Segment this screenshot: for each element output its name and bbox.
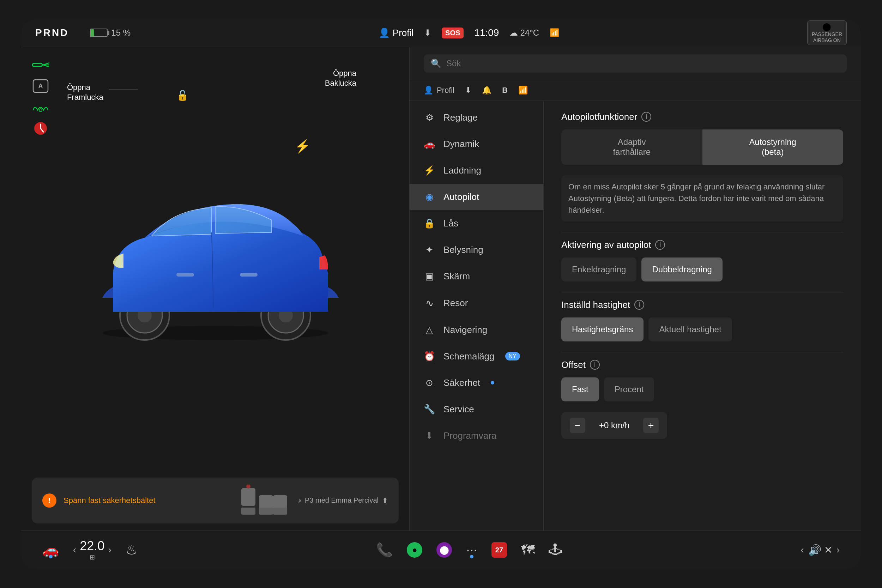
driver-assist-icon[interactable]: A <box>32 79 50 93</box>
airbag-status: AIRBAG ON <box>813 38 841 44</box>
taskbar: 🚗 ‹ 22.0 ⊞ › ♨ 📞 ● <box>21 531 861 569</box>
temp-prev-btn[interactable]: ‹ <box>73 544 76 555</box>
reglage-label: Reglage <box>444 112 478 123</box>
temp-display: ‹ 22.0 ⊞ › <box>73 538 111 561</box>
download-icon[interactable]: ⬇ <box>424 28 431 38</box>
taskbar-maps[interactable]: 🗺 <box>521 543 534 558</box>
notification-btn[interactable]: 🔔 <box>482 86 492 95</box>
headlights-icon[interactable] <box>32 58 50 72</box>
svg-rect-24 <box>273 508 287 514</box>
menu-item-laddning[interactable]: ⚡ Laddning <box>410 158 543 184</box>
divider-3 <box>561 352 843 352</box>
schemalägg-label: Schemalägg <box>444 351 495 362</box>
menu-item-sakerhet[interactable]: ⊙ Säkerhet <box>410 370 543 396</box>
schemalägg-badge: NY <box>505 352 520 360</box>
autopilot-info-icon[interactable]: i <box>641 112 651 122</box>
resor-label: Resor <box>444 298 468 309</box>
skarm-label: Skärm <box>444 271 470 282</box>
profile-header-btn[interactable]: 👤 Profil <box>424 86 454 95</box>
svg-point-20 <box>246 484 250 489</box>
upload-icon: ⬆ <box>382 496 388 505</box>
bluetooth-icon: Β <box>502 86 508 95</box>
airbag-icon: ⬤ <box>822 22 831 32</box>
top-center-icons: 👤 Profil ⬇ SOS 11:09 ☁ 24°C 📶 <box>130 27 807 39</box>
fast-btn[interactable]: Fast <box>561 377 599 401</box>
autopilot-label: Autopilot <box>444 192 479 202</box>
taskbar-car[interactable]: 🚗 <box>42 542 59 558</box>
menu-item-schemalägg[interactable]: ⏰ Schemalägg NY <box>410 343 543 370</box>
front-hood-label[interactable]: Öppna Framlucka <box>67 82 104 103</box>
dynamik-label: Dynamik <box>444 139 479 150</box>
service-label: Service <box>444 404 474 415</box>
volume-prev-btn[interactable]: ‹ <box>801 544 804 555</box>
programvara-label: Programvara <box>444 430 496 441</box>
dubbeldragning-btn[interactable]: Dubbeldragning <box>641 258 722 282</box>
temp-next-btn[interactable]: › <box>108 544 111 555</box>
warning-text-area: Spänn fast säkerhetsbältet <box>63 496 156 505</box>
battery-percent: 15 % <box>111 28 130 38</box>
adaptiv-farthallare-btn[interactable]: Adaptiv farthållare <box>561 129 702 165</box>
download-header-btn[interactable]: ⬇ <box>465 86 471 95</box>
temp-sub-icon: ⊞ <box>90 554 95 561</box>
profile-button[interactable]: 👤 Profil <box>378 27 414 39</box>
menu-active-dot <box>470 555 474 558</box>
phone-icon: 📞 <box>376 542 393 558</box>
search-icon: 🔍 <box>431 58 441 68</box>
stability-icon[interactable] <box>32 100 50 114</box>
signal-btn[interactable]: 📶 <box>518 86 528 95</box>
volume-mute-btn[interactable]: ✕ <box>824 544 832 556</box>
menu-item-reglage[interactable]: ⚙ Reglage <box>410 104 543 131</box>
svg-rect-19 <box>242 508 255 514</box>
prnd-display: PRND <box>35 27 69 39</box>
las-label: Lås <box>444 218 458 229</box>
game-icon: 🕹 <box>549 543 562 558</box>
aktivering-info-icon[interactable]: i <box>655 240 665 250</box>
menu-item-resor[interactable]: ∿ Resor <box>410 290 543 317</box>
person-icon: 👤 <box>378 27 390 39</box>
speed-decrease-btn[interactable]: − <box>570 418 585 433</box>
hastighetsgrans-btn[interactable]: Hastighetsgräns <box>561 318 644 342</box>
svg-point-6 <box>39 109 42 111</box>
search-wrapper[interactable]: 🔍 <box>424 54 847 73</box>
sos-badge[interactable]: SOS <box>442 27 464 39</box>
speed-increase-btn[interactable]: + <box>643 418 658 433</box>
left-sidebar-icons: A <box>32 58 50 135</box>
taskbar-heat[interactable]: ♨ <box>126 542 138 558</box>
autostyrning-btn[interactable]: Autostyrning (beta) <box>702 129 843 165</box>
rear-trunk-label[interactable]: Öppna Baklucka <box>325 68 356 88</box>
menu-item-service[interactable]: 🔧 Service <box>410 396 543 423</box>
music-info: ♪ P3 med Emma Percival ⬆ <box>298 496 388 505</box>
offset-info-icon[interactable]: i <box>590 360 600 370</box>
menu-item-las[interactable]: 🔒 Lås <box>410 210 543 237</box>
search-input[interactable] <box>446 58 840 68</box>
hastighet-info-icon[interactable]: i <box>634 300 644 310</box>
taskbar-phone[interactable]: 📞 <box>376 542 393 558</box>
seat-indicator <box>238 484 291 516</box>
volume-control: ‹ 🔊 ✕ › <box>801 544 840 556</box>
resor-icon: ∿ <box>424 297 435 309</box>
procent-btn[interactable]: Procent <box>604 377 654 401</box>
lock-icon[interactable]: 🔓 <box>176 90 189 101</box>
profile-label: Profil <box>393 27 414 39</box>
sakerhet-icon: ⊙ <box>424 377 435 388</box>
battery-icon <box>90 28 108 37</box>
menu-item-autopilot[interactable]: ◉ Autopilot <box>410 184 543 210</box>
menu-item-navigering[interactable]: △ Navigering <box>410 317 543 343</box>
aktuell-hastighet-btn[interactable]: Aktuell hastighet <box>648 318 732 342</box>
taskbar-menu[interactable]: ··· <box>466 543 477 558</box>
bluetooth-btn[interactable]: Β <box>502 86 508 95</box>
taskbar-camera[interactable]: ⬤ <box>436 542 452 558</box>
autopilot-function-buttons: Adaptiv farthållare Autostyrning (beta) <box>561 129 843 165</box>
taskbar-calendar[interactable]: 27 <box>492 542 507 558</box>
seatbelt-icon[interactable] <box>32 122 50 135</box>
menu-item-dynamik[interactable]: 🚗 Dynamik <box>410 131 543 158</box>
menu-item-skarm[interactable]: ▣ Skärm <box>410 263 543 290</box>
menu-item-belysning[interactable]: ✦ Belysning <box>410 237 543 263</box>
enkeldragning-btn[interactable]: Enkeldragning <box>561 258 636 282</box>
menu-item-programvara[interactable]: ⬇ Programvara <box>410 423 543 449</box>
music-label: P3 med Emma Percival <box>305 496 378 504</box>
volume-next-btn[interactable]: › <box>837 544 840 555</box>
reglage-icon: ⚙ <box>424 112 435 123</box>
taskbar-game[interactable]: 🕹 <box>549 543 562 558</box>
taskbar-spotify[interactable]: ● <box>407 542 422 558</box>
